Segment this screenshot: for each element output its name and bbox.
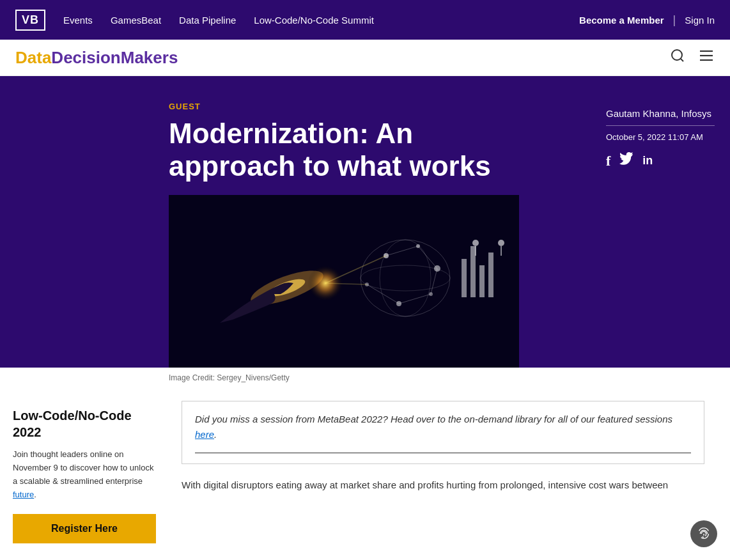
hero-image-row [0,195,730,368]
vb-logo[interactable]: VB [15,10,45,31]
linkedin-share[interactable]: in [642,154,653,167]
secondary-navigation: DataDecisionMakers [0,40,730,76]
article-date: October 5, 2022 11:07 AM [606,132,715,142]
sidebar-promo-title: Low-Code/No-Code 2022 [13,407,156,440]
article-hero-image [169,195,519,368]
svg-point-31 [498,240,504,246]
callout-link[interactable]: here [195,429,214,440]
twitter-share[interactable] [619,152,633,169]
secondary-nav-icons [670,47,715,68]
callout-text: Did you miss a session from MetaBeat 202… [195,412,691,442]
nav-divider: | [673,13,676,27]
top-nav-right: Become a Member | Sign In [579,13,715,27]
svg-rect-25 [462,259,467,297]
become-member-link[interactable]: Become a Member [579,15,664,26]
author-name: Gautam Khanna, Infosys [606,108,715,119]
logo-data: Data [15,48,51,67]
fingerprint-button[interactable] [690,520,717,547]
facebook-share[interactable]: f [606,153,610,169]
hero-image-svg [169,195,519,368]
svg-rect-28 [488,253,493,297]
nav-link-events[interactable]: Events [63,15,93,26]
menu-button[interactable] [698,47,715,68]
article-title: Modernization: An approach to what works [169,118,514,182]
image-credit-row: Image Credit: Sergey_Nivens/Getty [0,368,730,388]
sign-in-link[interactable]: Sign In [685,15,715,26]
article-body-text: With digital disruptors eating away at m… [182,477,704,494]
article-body-area: Did you miss a session from MetaBeat 202… [169,388,730,556]
callout-divider [195,453,691,453]
nav-link-lowcode[interactable]: Low-Code/No-Code Summit [254,15,374,26]
svg-line-1 [681,59,683,61]
nav-link-gamesbeat[interactable]: GamesBeat [111,15,161,26]
hero-section: Guest Modernization: An approach to what… [0,76,730,195]
search-icon [670,48,685,63]
sidebar-divider [606,125,715,126]
search-button[interactable] [670,48,685,67]
logo-makers: Makers [121,48,178,67]
left-sidebar: Low-Code/No-Code 2022 Join thought leade… [0,388,169,556]
hamburger-icon [698,47,715,64]
article-header: Guest Modernization: An approach to what… [169,102,587,195]
svg-rect-26 [470,246,476,297]
top-nav-links: Events GamesBeat Data Pipeline Low-Code/… [63,15,579,26]
article-sidebar: Gautam Khanna, Infosys October 5, 2022 1… [587,102,715,195]
top-navigation: VB Events GamesBeat Data Pipeline Low-Co… [0,0,730,40]
main-content: Low-Code/No-Code 2022 Join thought leade… [0,388,730,556]
site-logo[interactable]: DataDecisionMakers [15,48,178,68]
image-credit-text: Image Credit: Sergey_Nivens/Getty [169,373,290,382]
sidebar-promo-text: Join thought leaders online on November … [13,448,156,501]
fingerprint-icon [697,527,711,541]
article-category: Guest [169,102,561,111]
svg-rect-27 [479,265,485,297]
register-button[interactable]: Register Here [13,514,156,543]
social-share-icons: f in [606,152,715,169]
sidebar-promo-link[interactable]: future [13,490,34,499]
svg-point-29 [472,240,479,246]
callout-box: Did you miss a session from MetaBeat 202… [182,401,704,464]
svg-point-0 [672,50,682,60]
logo-decision: Decision [51,48,120,67]
twitter-icon [619,152,633,166]
nav-link-data-pipeline[interactable]: Data Pipeline [179,15,236,26]
